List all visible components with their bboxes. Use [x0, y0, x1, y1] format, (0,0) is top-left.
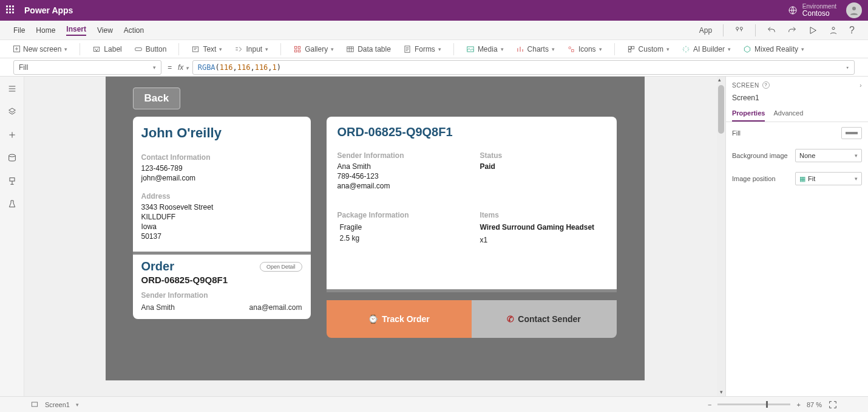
menu-file[interactable]: File [13, 26, 25, 35]
ribbon-datatable-label: Data table [358, 45, 391, 53]
properties-icon[interactable] [734, 26, 744, 35]
track-order-button[interactable]: ⌚ Track Order [327, 300, 472, 338]
tab-properties[interactable]: Properties [732, 106, 765, 122]
app-settings[interactable]: App [699, 26, 712, 35]
svg-rect-21 [10, 178, 15, 181]
fill-label: Fill [732, 129, 841, 137]
undo-icon[interactable] [767, 26, 776, 35]
back-button[interactable]: Back [133, 88, 181, 109]
svg-rect-8 [294, 46, 297, 49]
fill-swatch[interactable] [841, 127, 862, 139]
tab-advanced[interactable]: Advanced [773, 106, 803, 122]
menu-action[interactable]: Action [124, 26, 144, 35]
item-name: Wired Surround Gaming Headset [472, 222, 614, 233]
tests-icon[interactable] [7, 199, 17, 209]
media-icon [466, 45, 475, 53]
help-icon[interactable]: ? [849, 25, 855, 36]
address-line2: KILLDUFF [133, 213, 311, 222]
contact-sender-button[interactable]: ✆ Contact Sender [472, 300, 617, 338]
insert-icon[interactable] [7, 130, 17, 140]
fx-function: RGBA [198, 63, 215, 72]
package-header: Package Information [329, 202, 472, 222]
contact-name: John O'reilly [133, 117, 311, 145]
left-rail [0, 77, 24, 396]
contact-card[interactable]: John O'reilly Contact Information 123-45… [133, 117, 311, 319]
custom-dropdown[interactable]: Custom▾ [627, 45, 670, 53]
charts-dropdown[interactable]: Charts▾ [516, 45, 555, 53]
canvas-area[interactable]: Back John O'reilly Contact Information 1… [24, 77, 725, 396]
menu-home[interactable]: Home [36, 26, 55, 35]
new-screen-button[interactable]: +New screen▾ [13, 45, 67, 53]
aibuilder-dropdown[interactable]: AI Builder▾ [682, 45, 731, 53]
icons-dropdown[interactable]: Icons▾ [567, 45, 602, 53]
environment-name: Contoso [802, 10, 836, 18]
bgimage-select[interactable]: None▾ [795, 149, 862, 162]
svg-point-15 [569, 46, 571, 49]
property-name: Fill [19, 63, 28, 72]
formula-input[interactable]: RGBA(116, 116, 116, 1) ▾ [192, 60, 855, 75]
contact-sender-label: Contact Sender [518, 314, 580, 324]
svg-rect-16 [571, 49, 574, 52]
pane-title: SCREEN [732, 82, 759, 89]
input-dropdown[interactable]: Input▾ [234, 45, 268, 53]
redo-icon[interactable] [787, 26, 797, 35]
advanced-tools-icon[interactable] [7, 176, 17, 186]
play-icon[interactable] [808, 26, 818, 35]
label-icon [92, 45, 101, 53]
current-screen[interactable]: Screen1 [45, 401, 70, 408]
mixedreality-dropdown[interactable]: Mixed Reality▾ [743, 45, 804, 53]
app-launcher-icon[interactable] [6, 5, 16, 15]
svg-rect-18 [631, 46, 634, 49]
property-selector[interactable]: Fill▾ [13, 60, 161, 75]
open-detail-button[interactable]: Open Detail [260, 262, 302, 272]
ribbon-gallery-label: Gallery [305, 45, 328, 53]
label-button[interactable]: Label [92, 45, 121, 53]
svg-rect-19 [628, 49, 631, 52]
media-rail-icon[interactable] [7, 153, 17, 163]
input-icon [234, 45, 243, 53]
expand-pane-icon[interactable]: › [860, 82, 862, 89]
imgpos-select[interactable]: ▦Fit▾ [795, 172, 862, 185]
sender-small-header: Sender Information [133, 287, 311, 302]
data-icon[interactable] [7, 107, 17, 117]
user-avatar[interactable] [846, 2, 862, 18]
address-line1: 3343 Roosevelt Street [133, 203, 311, 213]
svg-rect-22 [32, 402, 37, 406]
status-bar: Screen1 ▾ − + 87 % [0, 396, 868, 412]
share-icon[interactable] [829, 26, 838, 35]
text-dropdown[interactable]: Text▾ [191, 45, 222, 53]
screen-canvas[interactable]: Back John O'reilly Contact Information 1… [106, 77, 645, 380]
zoom-slider[interactable] [717, 403, 790, 405]
media-dropdown[interactable]: Media▾ [466, 45, 504, 53]
address-header: Address [133, 184, 311, 203]
order-detail-card[interactable]: ORD-06825-Q9Q8F1 Sender Information Ana … [327, 117, 617, 292]
phone-icon: ✆ [507, 314, 514, 324]
sender-email: ana@email.com [329, 182, 472, 191]
forms-dropdown[interactable]: Forms▾ [403, 45, 441, 53]
svg-rect-7 [193, 46, 198, 51]
scroll-thumb[interactable] [718, 85, 724, 134]
tree-view-icon[interactable] [7, 84, 17, 94]
menu-view[interactable]: View [97, 26, 113, 35]
fit-screen-icon[interactable] [828, 400, 838, 410]
zoom-value: 87 % [807, 401, 822, 408]
svg-rect-5 [94, 47, 100, 51]
scrollbar[interactable]: ▴ ▾ [717, 77, 725, 396]
button-button[interactable]: Button [134, 45, 167, 53]
svg-rect-10 [294, 50, 297, 52]
items-header: Items [472, 202, 614, 222]
bgimage-value: None [799, 152, 815, 159]
environment-picker[interactable]: Environment Contoso [788, 3, 836, 18]
custom-icon [627, 45, 636, 53]
help-badge-icon[interactable]: ? [762, 81, 770, 89]
menu-insert[interactable]: Insert [66, 25, 86, 36]
gallery-dropdown[interactable]: Gallery▾ [293, 45, 334, 53]
datatable-button[interactable]: Data table [346, 45, 391, 53]
action-row: ⌚ Track Order ✆ Contact Sender [327, 300, 617, 338]
package-weight: 2.5 kg [329, 233, 472, 244]
zoom-out[interactable]: − [708, 401, 711, 408]
forms-icon [403, 45, 412, 53]
screen-chevron-icon[interactable]: ▾ [76, 402, 79, 408]
fx-icon[interactable]: fx ▾ [178, 63, 189, 72]
zoom-in[interactable]: + [796, 401, 800, 408]
